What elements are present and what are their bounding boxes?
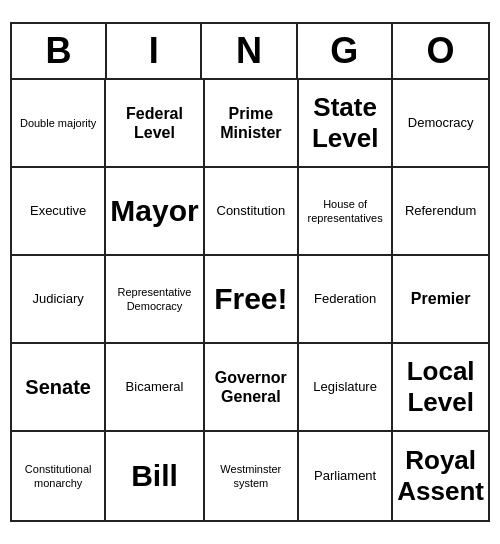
bingo-cell-9: Referendum	[393, 168, 488, 256]
cell-text-15: Senate	[25, 375, 91, 399]
cell-text-20: Constitutional monarchy	[16, 462, 100, 491]
bingo-cell-18: Legislature	[299, 344, 393, 432]
cell-text-17: Governor General	[209, 368, 293, 406]
bingo-grid: Double majorityFederal LevelPrime Minist…	[12, 80, 488, 520]
bingo-cell-12: Free!	[205, 256, 299, 344]
bingo-cell-16: Bicameral	[106, 344, 204, 432]
bingo-cell-3: State Level	[299, 80, 393, 168]
bingo-cell-14: Premier	[393, 256, 488, 344]
bingo-cell-21: Bill	[106, 432, 204, 520]
bingo-cell-1: Federal Level	[106, 80, 204, 168]
cell-text-12: Free!	[214, 281, 287, 317]
cell-text-11: Representative Democracy	[110, 285, 198, 314]
bingo-cell-11: Representative Democracy	[106, 256, 204, 344]
cell-text-0: Double majority	[20, 116, 96, 130]
bingo-cell-23: Parliament	[299, 432, 393, 520]
cell-text-16: Bicameral	[126, 379, 184, 395]
cell-text-6: Mayor	[110, 193, 198, 229]
cell-text-10: Judiciary	[33, 291, 84, 307]
bingo-card: BINGO Double majorityFederal LevelPrime …	[10, 22, 490, 522]
header-letter-g: G	[298, 24, 393, 78]
cell-text-14: Premier	[411, 289, 471, 308]
cell-text-13: Federation	[314, 291, 376, 307]
bingo-cell-13: Federation	[299, 256, 393, 344]
bingo-cell-15: Senate	[12, 344, 106, 432]
cell-text-2: Prime Minister	[209, 104, 293, 142]
cell-text-24: Royal Assent	[397, 445, 484, 507]
bingo-cell-2: Prime Minister	[205, 80, 299, 168]
bingo-cell-19: Local Level	[393, 344, 488, 432]
cell-text-19: Local Level	[397, 356, 484, 418]
bingo-cell-0: Double majority	[12, 80, 106, 168]
cell-text-1: Federal Level	[110, 104, 198, 142]
bingo-header: BINGO	[12, 24, 488, 80]
bingo-cell-6: Mayor	[106, 168, 204, 256]
cell-text-8: House of representatives	[303, 197, 387, 226]
cell-text-9: Referendum	[405, 203, 477, 219]
header-letter-n: N	[202, 24, 297, 78]
cell-text-18: Legislature	[313, 379, 377, 395]
bingo-cell-20: Constitutional monarchy	[12, 432, 106, 520]
bingo-cell-24: Royal Assent	[393, 432, 488, 520]
header-letter-o: O	[393, 24, 488, 78]
bingo-cell-10: Judiciary	[12, 256, 106, 344]
cell-text-5: Executive	[30, 203, 86, 219]
cell-text-22: Westminster system	[209, 462, 293, 491]
cell-text-21: Bill	[131, 458, 178, 494]
bingo-cell-22: Westminster system	[205, 432, 299, 520]
header-letter-b: B	[12, 24, 107, 78]
bingo-cell-4: Democracy	[393, 80, 488, 168]
cell-text-23: Parliament	[314, 468, 376, 484]
bingo-cell-5: Executive	[12, 168, 106, 256]
header-letter-i: I	[107, 24, 202, 78]
bingo-cell-17: Governor General	[205, 344, 299, 432]
bingo-cell-7: Constitution	[205, 168, 299, 256]
cell-text-3: State Level	[303, 92, 387, 154]
bingo-cell-8: House of representatives	[299, 168, 393, 256]
cell-text-7: Constitution	[217, 203, 286, 219]
cell-text-4: Democracy	[408, 115, 474, 131]
